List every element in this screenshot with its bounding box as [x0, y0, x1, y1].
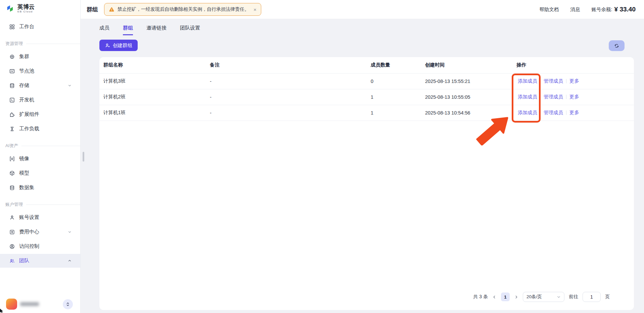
toolbar: 创建群组	[99, 35, 634, 51]
balance-value: ¥ 33.40	[614, 6, 636, 13]
sidebar-item-devbox[interactable]: 开发机	[0, 93, 80, 107]
group-name: 计算机3班	[99, 73, 210, 89]
group-member-count: 1	[371, 89, 425, 105]
switch-account-button[interactable]	[63, 299, 73, 309]
scrollbar-thumb[interactable]	[83, 152, 84, 162]
manage-members-link[interactable]: 管理成员	[544, 78, 563, 84]
swap-vertical-icon	[65, 302, 70, 307]
close-icon[interactable]: ×	[254, 7, 257, 12]
sidebar-item-node-pool[interactable]: 节点池	[0, 64, 80, 78]
more-link[interactable]: 更多	[569, 94, 579, 100]
more-link[interactable]: 更多	[569, 78, 579, 84]
group-remark: -	[210, 105, 371, 121]
sidebar-item-storage[interactable]: 存储	[0, 79, 80, 92]
col-actions: 操作	[516, 57, 634, 73]
tab-invite-links[interactable]: 邀请链接	[146, 25, 167, 35]
refresh-button[interactable]	[609, 40, 625, 51]
tab-team-settings[interactable]: 团队设置	[180, 25, 200, 35]
workload-icon	[9, 126, 15, 132]
sidebar-item-workbench[interactable]: 工作台	[0, 20, 80, 34]
sidebar-item-account-settings[interactable]: 账号设置	[0, 211, 80, 224]
node-pool-icon	[9, 68, 15, 74]
sidebar-item-workload[interactable]: 工作负载	[0, 122, 80, 136]
pagination-total: 共 3 条	[473, 294, 488, 300]
warning-banner: 禁止挖矿，一经发现后自动删除相关实例，自行承担法律责任。 ×	[104, 3, 261, 16]
sidebar-item-access-control[interactable]: 访问控制	[0, 239, 80, 253]
manage-members-link[interactable]: 管理成员	[544, 109, 563, 116]
brand-hex-icon	[6, 4, 15, 13]
add-member-link[interactable]: 添加成员	[518, 78, 537, 84]
sidebar-item-images[interactable]: 镜像	[0, 152, 80, 166]
help-docs-link[interactable]: 帮助文档	[540, 6, 559, 13]
add-user-icon	[105, 43, 110, 48]
chevron-down-icon	[557, 295, 561, 299]
user-name-redacted	[20, 302, 39, 306]
section-account-management: 账户管理	[0, 202, 80, 208]
main-content: 成员 群组 邀请链接 团队设置 创建群组 群组名称 备注 成员数量	[81, 19, 644, 313]
sidebar-item-label: 工作台	[19, 24, 34, 30]
storage-icon	[9, 83, 15, 89]
sidebar-item-extensions[interactable]: 扩展组件	[0, 107, 80, 121]
group-remark: -	[210, 89, 371, 105]
tab-members[interactable]: 成员	[99, 25, 109, 35]
brand-name: 英博云	[17, 4, 35, 10]
sidebar-item-billing-center[interactable]: 费用中心	[0, 225, 80, 239]
next-page-button[interactable]	[514, 295, 518, 299]
extension-icon	[9, 111, 15, 118]
top-navbar: 群组 禁止挖矿，一经发现后自动删除相关实例，自行承担法律责任。 × 帮助文档 消…	[81, 0, 644, 19]
table-row: 计算机1班 - 1 2025-08-13 10:54:56 添加成员 管理成员 …	[99, 105, 634, 121]
warning-banner-text: 禁止挖矿，一经发现后自动删除相关实例，自行承担法律责任。	[118, 6, 249, 12]
table-row: 计算机3班 - 0 2025-08-13 15:55:21 添加成员 管理成员 …	[99, 73, 634, 89]
col-created-time: 创建时间	[425, 57, 516, 73]
page-size-select[interactable]: 20条/页	[523, 292, 564, 302]
devbox-icon	[9, 97, 15, 103]
create-group-button[interactable]: 创建群组	[99, 40, 138, 51]
sidebar-item-models[interactable]: 模型	[0, 166, 80, 180]
goto-page-input[interactable]	[583, 292, 601, 302]
chevron-down-icon	[68, 230, 72, 234]
group-member-count: 0	[371, 73, 425, 89]
goto-label: 前往	[569, 294, 578, 300]
group-created-time: 2025-08-13 15:55:21	[425, 73, 516, 89]
more-link[interactable]: 更多	[569, 109, 579, 116]
account-balance: 账号余额: ¥ 33.40	[592, 6, 636, 13]
groups-table-card: 群组名称 备注 成员数量 创建时间 操作 计算机3班 - 0 2025-08-1…	[99, 57, 634, 310]
section-ai-assets: AI资产	[0, 143, 80, 149]
chevron-up-icon	[68, 259, 72, 263]
goto-unit: 页	[605, 294, 610, 300]
billing-icon	[9, 229, 15, 235]
messages-link[interactable]: 消息	[570, 6, 580, 13]
sidebar-item-datasets[interactable]: 数据集	[0, 181, 80, 194]
user-account-row[interactable]	[0, 299, 80, 310]
add-member-link[interactable]: 添加成员	[518, 109, 537, 116]
chevron-left-icon	[492, 295, 497, 299]
table-header-row: 群组名称 备注 成员数量 创建时间 操作	[99, 57, 634, 73]
sidebar-nav: 工作台 资源管理 集群 节点池	[0, 13, 80, 268]
page-number-1[interactable]: 1	[501, 293, 510, 301]
add-member-link[interactable]: 添加成员	[518, 94, 537, 100]
model-icon	[9, 170, 15, 176]
col-group-name: 群组名称	[99, 57, 210, 73]
cluster-icon	[9, 54, 15, 60]
manage-members-link[interactable]: 管理成员	[544, 94, 563, 100]
sidebar-item-team[interactable]: 团队	[0, 254, 80, 268]
chevron-right-icon	[514, 295, 518, 299]
user-icon	[9, 215, 15, 221]
image-icon	[9, 156, 15, 162]
chevron-down-icon	[68, 84, 72, 87]
group-name: 计算机2班	[99, 89, 210, 105]
group-remark: -	[210, 73, 371, 89]
sidebar-item-cluster[interactable]: 集群	[0, 50, 80, 63]
team-tabs: 成员 群组 邀请链接 团队设置	[99, 19, 634, 35]
dataset-icon	[9, 185, 15, 191]
warning-triangle-icon	[109, 7, 114, 12]
brand-subtitle: EB Cloud	[17, 10, 35, 13]
group-created-time: 2025-08-13 10:55:05	[425, 89, 516, 105]
prev-page-button[interactable]	[492, 295, 497, 299]
groups-table: 群组名称 备注 成员数量 创建时间 操作 计算机3班 - 0 2025-08-1…	[99, 57, 634, 121]
col-member-count: 成员数量	[371, 57, 425, 73]
brand-logo: 英博云 EB Cloud	[0, 0, 80, 13]
col-remark: 备注	[210, 57, 371, 73]
page-title: 群组	[87, 6, 98, 13]
tab-groups[interactable]: 群组	[123, 25, 133, 35]
